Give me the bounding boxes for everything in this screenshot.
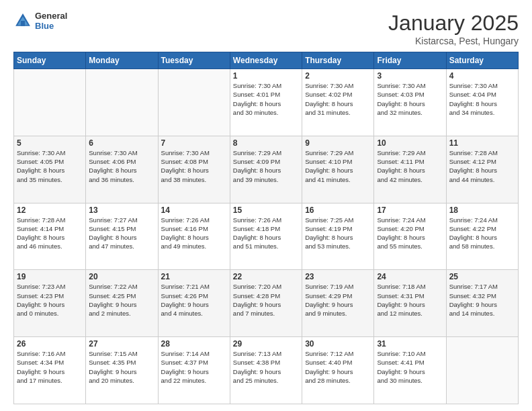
svg-rect-2 [21,21,25,26]
day-info: Sunrise: 7:21 AM Sunset: 4:26 PM Dayligh… [161,282,227,318]
calendar-cell: 11Sunrise: 7:28 AM Sunset: 4:12 PM Dayli… [446,136,518,203]
col-tuesday: Tuesday [158,52,230,69]
calendar-cell: 23Sunrise: 7:19 AM Sunset: 4:29 PM Dayli… [302,270,374,337]
calendar-cell: 15Sunrise: 7:26 AM Sunset: 4:18 PM Dayli… [230,203,302,270]
day-info: Sunrise: 7:13 AM Sunset: 4:38 PM Dayligh… [233,349,299,385]
col-thursday: Thursday [302,52,374,69]
day-number: 2 [305,71,371,81]
calendar-body: 1Sunrise: 7:30 AM Sunset: 4:01 PM Daylig… [14,69,519,404]
day-info: Sunrise: 7:23 AM Sunset: 4:23 PM Dayligh… [17,282,83,318]
day-number: 10 [377,138,443,148]
day-number: 30 [305,339,371,349]
calendar-cell: 19Sunrise: 7:23 AM Sunset: 4:23 PM Dayli… [14,270,86,337]
day-info: Sunrise: 7:12 AM Sunset: 4:40 PM Dayligh… [305,349,371,385]
day-number: 29 [233,339,299,349]
col-sunday: Sunday [14,52,86,69]
calendar-week-1: 5Sunrise: 7:30 AM Sunset: 4:05 PM Daylig… [14,136,519,203]
col-friday: Friday [374,52,446,69]
day-info: Sunrise: 7:15 AM Sunset: 4:35 PM Dayligh… [89,349,154,385]
day-info: Sunrise: 7:25 AM Sunset: 4:19 PM Dayligh… [305,216,371,251]
day-info: Sunrise: 7:20 AM Sunset: 4:28 PM Dayligh… [233,282,299,318]
logo-blue-text: Blue [35,21,67,31]
calendar-table: Sunday Monday Tuesday Wednesday Thursday… [13,52,519,404]
day-number: 7 [161,138,227,148]
calendar-cell: 1Sunrise: 7:30 AM Sunset: 4:01 PM Daylig… [230,69,302,136]
calendar-cell: 18Sunrise: 7:24 AM Sunset: 4:22 PM Dayli… [446,203,518,270]
day-info: Sunrise: 7:28 AM Sunset: 4:14 PM Dayligh… [17,216,83,251]
day-number: 27 [89,339,154,349]
day-number: 19 [17,272,83,281]
day-info: Sunrise: 7:30 AM Sunset: 4:02 PM Dayligh… [305,81,371,117]
calendar-week-2: 12Sunrise: 7:28 AM Sunset: 4:14 PM Dayli… [14,203,519,270]
calendar-cell: 5Sunrise: 7:30 AM Sunset: 4:05 PM Daylig… [14,136,86,203]
calendar-cell: 4Sunrise: 7:30 AM Sunset: 4:04 PM Daylig… [446,69,518,136]
day-info: Sunrise: 7:30 AM Sunset: 4:05 PM Dayligh… [17,148,83,184]
day-number: 17 [377,205,443,215]
day-number: 31 [377,339,443,349]
subtitle: Kistarcsa, Pest, Hungary [388,36,519,46]
day-number: 5 [17,138,83,148]
day-number: 1 [233,71,299,81]
calendar-cell: 24Sunrise: 7:18 AM Sunset: 4:31 PM Dayli… [374,270,446,337]
day-info: Sunrise: 7:26 AM Sunset: 4:16 PM Dayligh… [161,216,227,251]
calendar-cell: 20Sunrise: 7:22 AM Sunset: 4:25 PM Dayli… [86,270,158,337]
day-number: 21 [161,272,227,281]
calendar-cell: 10Sunrise: 7:29 AM Sunset: 4:11 PM Dayli… [374,136,446,203]
calendar-header: Sunday Monday Tuesday Wednesday Thursday… [14,52,519,69]
calendar-cell [158,69,230,136]
calendar-cell: 31Sunrise: 7:10 AM Sunset: 4:41 PM Dayli… [374,337,446,404]
day-info: Sunrise: 7:30 AM Sunset: 4:03 PM Dayligh… [377,81,443,117]
day-number: 14 [161,205,227,215]
calendar-cell: 14Sunrise: 7:26 AM Sunset: 4:16 PM Dayli… [158,203,230,270]
day-info: Sunrise: 7:30 AM Sunset: 4:01 PM Dayligh… [233,81,299,117]
day-info: Sunrise: 7:27 AM Sunset: 4:15 PM Dayligh… [89,216,154,251]
day-number: 25 [449,272,515,281]
calendar-cell: 30Sunrise: 7:12 AM Sunset: 4:40 PM Dayli… [302,337,374,404]
day-info: Sunrise: 7:22 AM Sunset: 4:25 PM Dayligh… [89,282,154,318]
logo-icon [13,11,32,30]
day-number: 22 [233,272,299,281]
day-number: 24 [377,272,443,281]
day-info: Sunrise: 7:29 AM Sunset: 4:11 PM Dayligh… [377,148,443,184]
calendar-cell: 16Sunrise: 7:25 AM Sunset: 4:19 PM Dayli… [302,203,374,270]
col-monday: Monday [86,52,158,69]
calendar-week-4: 26Sunrise: 7:16 AM Sunset: 4:34 PM Dayli… [14,337,519,404]
calendar-cell [14,69,86,136]
day-number: 15 [233,205,299,215]
day-info: Sunrise: 7:30 AM Sunset: 4:04 PM Dayligh… [449,81,515,117]
calendar-cell: 12Sunrise: 7:28 AM Sunset: 4:14 PM Dayli… [14,203,86,270]
day-info: Sunrise: 7:26 AM Sunset: 4:18 PM Dayligh… [233,216,299,251]
calendar-cell: 13Sunrise: 7:27 AM Sunset: 4:15 PM Dayli… [86,203,158,270]
day-info: Sunrise: 7:30 AM Sunset: 4:08 PM Dayligh… [161,148,227,184]
day-number: 3 [377,71,443,81]
calendar-cell: 28Sunrise: 7:14 AM Sunset: 4:37 PM Dayli… [158,337,230,404]
day-info: Sunrise: 7:17 AM Sunset: 4:32 PM Dayligh… [449,282,515,318]
logo: General Blue [13,11,67,31]
logo-text: General Blue [35,11,67,31]
day-number: 6 [89,138,154,148]
day-info: Sunrise: 7:24 AM Sunset: 4:22 PM Dayligh… [449,216,515,251]
day-info: Sunrise: 7:24 AM Sunset: 4:20 PM Dayligh… [377,216,443,251]
calendar-cell: 22Sunrise: 7:20 AM Sunset: 4:28 PM Dayli… [230,270,302,337]
day-info: Sunrise: 7:30 AM Sunset: 4:06 PM Dayligh… [89,148,154,184]
day-number: 26 [17,339,83,349]
day-info: Sunrise: 7:29 AM Sunset: 4:10 PM Dayligh… [305,148,371,184]
day-number: 18 [449,205,515,215]
day-number: 11 [449,138,515,148]
day-info: Sunrise: 7:29 AM Sunset: 4:09 PM Dayligh… [233,148,299,184]
col-wednesday: Wednesday [230,52,302,69]
calendar-cell: 27Sunrise: 7:15 AM Sunset: 4:35 PM Dayli… [86,337,158,404]
calendar-cell: 8Sunrise: 7:29 AM Sunset: 4:09 PM Daylig… [230,136,302,203]
calendar-cell: 29Sunrise: 7:13 AM Sunset: 4:38 PM Dayli… [230,337,302,404]
page: General Blue January 2025 Kistarcsa, Pes… [0,0,532,411]
day-info: Sunrise: 7:14 AM Sunset: 4:37 PM Dayligh… [161,349,227,385]
day-info: Sunrise: 7:19 AM Sunset: 4:29 PM Dayligh… [305,282,371,318]
day-number: 12 [17,205,83,215]
day-number: 13 [89,205,154,215]
header: General Blue January 2025 Kistarcsa, Pes… [13,11,519,46]
day-number: 4 [449,71,515,81]
day-info: Sunrise: 7:18 AM Sunset: 4:31 PM Dayligh… [377,282,443,318]
calendar-cell: 6Sunrise: 7:30 AM Sunset: 4:06 PM Daylig… [86,136,158,203]
calendar-cell: 9Sunrise: 7:29 AM Sunset: 4:10 PM Daylig… [302,136,374,203]
day-number: 8 [233,138,299,148]
